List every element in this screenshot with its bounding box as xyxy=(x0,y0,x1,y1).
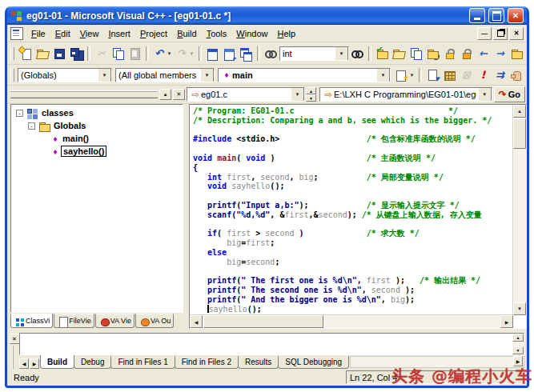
tree-label[interactable]: main() xyxy=(61,134,90,143)
workspace-tab-filevie[interactable]: FileVie xyxy=(54,314,94,328)
undo-dropdown-icon[interactable]: ▼ xyxy=(166,51,173,56)
go-button[interactable]: ↷ Go xyxy=(494,86,525,102)
maximize-button[interactable] xyxy=(488,8,504,23)
insert-remove-breakpoint-button[interactable] xyxy=(508,67,525,83)
function-combo-dropdown-icon[interactable]: ▼ xyxy=(376,68,390,82)
spinner-down-button[interactable]: ▼ xyxy=(306,94,316,102)
output-gripper[interactable] xyxy=(12,346,17,369)
new-source-file-button[interactable] xyxy=(18,46,34,62)
tree-item-Globals[interactable]: -Globals xyxy=(11,119,183,132)
output-pane-button[interactable] xyxy=(221,46,238,62)
wizardbar-actions-button[interactable]: ▼ xyxy=(394,67,416,83)
va-file-combo-dropdown-icon[interactable]: ▼ xyxy=(291,87,304,102)
wizardbar-actions-dropdown-icon[interactable]: ▼ xyxy=(408,73,416,78)
scroll-right-button[interactable]: ▶ xyxy=(500,315,513,328)
workspace-tab-vaou[interactable]: VA Ou xyxy=(135,314,174,328)
output-scroll-up-button[interactable]: ▲ xyxy=(512,334,524,342)
va-nav-back-button[interactable]: ← xyxy=(475,46,492,62)
output-scrollbar[interactable]: ▲ ▼ xyxy=(512,334,524,354)
tree-label[interactable]: Globals xyxy=(52,121,87,130)
class-combo-dropdown-icon[interactable]: ▼ xyxy=(98,68,111,82)
spinner-up-button[interactable]: ▲ xyxy=(306,87,316,94)
child-restore-button[interactable] xyxy=(493,27,508,40)
scroll-up-button[interactable]: ▲ xyxy=(513,105,526,118)
members-combo[interactable]: (All global members ▼ xyxy=(115,68,215,82)
workspace-pane-header[interactable]: ▴ ✕ xyxy=(9,89,187,100)
output-tab-sql-debugging[interactable]: SQL Debugging xyxy=(278,356,349,369)
stop-build-button[interactable]: ⊠ xyxy=(458,67,475,83)
menu-insert[interactable]: Insert xyxy=(103,27,135,40)
execute-program-button[interactable]: ! xyxy=(475,67,492,83)
output-scroll-down-button[interactable]: ▼ xyxy=(512,346,524,354)
tabs-scroll-right-button[interactable]: ▶ xyxy=(30,358,39,369)
redo-dropdown-icon[interactable]: ▼ xyxy=(188,51,195,56)
output-tab-find-in-files-2[interactable]: Find in Files 2 xyxy=(175,356,239,369)
build-button[interactable] xyxy=(441,67,458,83)
workspace-tab-vavie[interactable]: VA Vie xyxy=(95,314,135,328)
output-close-button[interactable]: ✕ xyxy=(10,334,20,344)
find-symbol-button[interactable] xyxy=(263,46,279,62)
scroll-down-button[interactable]: ▼ xyxy=(513,302,526,315)
compile-button[interactable] xyxy=(424,67,441,83)
open-file-button[interactable] xyxy=(34,46,51,62)
tree-item-classes[interactable]: -classes xyxy=(11,106,183,119)
output-content[interactable]: ▲ ▼ xyxy=(19,333,524,355)
output-tab-build[interactable]: Build xyxy=(40,355,74,369)
document-icon[interactable] xyxy=(10,27,23,40)
menu-help[interactable]: Help xyxy=(272,27,300,40)
menu-project[interactable]: Project xyxy=(135,27,172,40)
va-paste-button[interactable] xyxy=(408,46,424,62)
function-combo[interactable]: ♦ main ▼ xyxy=(218,68,391,82)
va-find-symbol-button[interactable] xyxy=(424,46,441,62)
class-combo[interactable]: (Globals) ▼ xyxy=(18,68,112,82)
tree-expander[interactable]: - xyxy=(16,110,23,117)
menu-window[interactable]: Window xyxy=(231,27,272,40)
minimize-button[interactable] xyxy=(469,8,485,23)
menu-view[interactable]: View xyxy=(75,27,104,40)
toolbar-grip[interactable] xyxy=(10,47,14,60)
tree-label[interactable]: sayhello() xyxy=(61,146,106,157)
close-button[interactable]: ✕ xyxy=(508,8,524,23)
save-button[interactable] xyxy=(51,46,68,62)
va-open-file-in-workspace-button[interactable] xyxy=(391,46,408,62)
va-nav-forward-button[interactable]: → xyxy=(492,46,508,62)
go-debug-button[interactable]: ⇉ xyxy=(492,67,508,83)
menu-build[interactable]: Build xyxy=(172,27,201,40)
window-list-button[interactable] xyxy=(238,46,255,62)
pane-gripper[interactable] xyxy=(10,90,158,98)
workspace-pane-button[interactable] xyxy=(204,46,221,62)
paste-button[interactable] xyxy=(126,46,143,62)
va-path-combo[interactable]: ⇨ E:\LXH C Programming\EG01-01\eg01-01.c… xyxy=(319,87,492,102)
wizardbar-grip[interactable] xyxy=(10,69,14,82)
find-combo[interactable]: int ▼ xyxy=(279,46,349,61)
pane-pin-button[interactable]: ▴ xyxy=(159,89,171,100)
save-all-button[interactable] xyxy=(68,46,85,62)
find-in-files-button[interactable] xyxy=(349,46,366,62)
classview-tree[interactable]: -classes-Globals♦main()♦sayhello() xyxy=(10,104,183,313)
undo-button[interactable]: ↶▼ xyxy=(151,46,174,62)
horizontal-scroll-thumb[interactable] xyxy=(203,315,323,328)
copy-button[interactable] xyxy=(110,46,126,62)
code-area[interactable]: /* Program: EG01-01.c *//* Description: … xyxy=(193,106,512,314)
tabs-scroll-left-button[interactable]: ◀ xyxy=(19,358,29,369)
va-path-combo-dropdown-icon[interactable]: ▼ xyxy=(478,87,492,102)
menu-tools[interactable]: Tools xyxy=(202,27,232,40)
tree-label[interactable]: classes xyxy=(40,108,75,118)
editor-horizontal-scrollbar[interactable]: ◀ ▶ xyxy=(190,314,513,328)
pane-close-button[interactable]: ✕ xyxy=(173,89,185,100)
scroll-left-button[interactable]: ◀ xyxy=(190,315,203,328)
output-tab-find-in-files-1[interactable]: Find in Files 1 xyxy=(110,356,175,369)
output-tab-results[interactable]: Results xyxy=(238,356,279,369)
redo-button[interactable]: ↷▼ xyxy=(174,46,196,62)
output-tab-debug[interactable]: Debug xyxy=(74,356,111,369)
workspace-tab-classvi[interactable]: ClassVi xyxy=(10,314,53,328)
vertical-scroll-thumb[interactable] xyxy=(513,118,526,149)
va-snippet-button[interactable] xyxy=(441,46,458,62)
va-open-corresponding-file-button[interactable]: ✔ xyxy=(374,46,391,62)
child-minimize-button[interactable]: — xyxy=(477,27,492,40)
tree-item-main[interactable]: ♦main() xyxy=(11,132,183,145)
va-more-button[interactable] xyxy=(508,46,525,62)
cut-button[interactable]: ✂ xyxy=(93,46,110,62)
va-refactor-button[interactable] xyxy=(458,46,475,62)
find-combo-dropdown-icon[interactable]: ▼ xyxy=(335,46,348,61)
